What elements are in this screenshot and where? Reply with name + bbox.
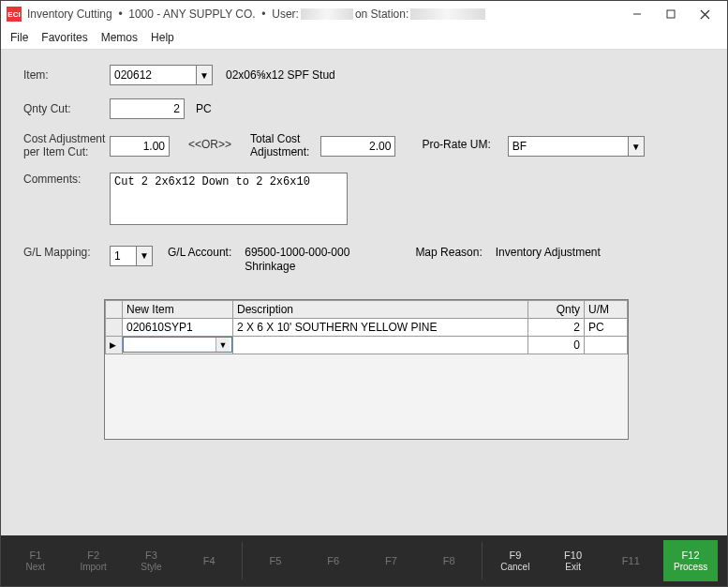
title-station-label: on Station: [355,8,409,21]
chevron-down-icon[interactable]: ▼ [196,65,213,85]
f6-button[interactable]: F6 [308,542,359,579]
label-qnty-cut: Qnty Cut: [23,102,110,115]
or-text: <<OR>> [188,138,231,151]
function-key-bar: F1Next F2Import F3Style F4 F5 F6 F7 F8 F… [1,535,727,586]
menu-favorites[interactable]: Favorites [41,31,87,44]
f3-style-button[interactable]: F3Style [126,542,176,579]
label-comments: Comments: [23,173,110,186]
item-description: 02x06⅝x12 SPF Stud [226,68,335,82]
f10-exit-button[interactable]: F10Exit [548,542,599,579]
chevron-down-icon[interactable]: ▼ [136,246,153,266]
title-account: 1000 - ANY SUPPLY CO. [128,8,255,21]
col-new-item[interactable]: New Item [123,300,233,318]
close-button[interactable] [688,1,721,27]
menu-file[interactable]: File [10,31,28,44]
cell-um[interactable] [585,336,628,354]
f5-button[interactable]: F5 [250,542,301,579]
col-description[interactable]: Description [233,300,528,318]
title-sep: • [256,8,273,21]
label-total-cost-2: Adjustment: [250,145,309,158]
f11-button[interactable]: F11 [605,542,656,579]
cell-qnty[interactable]: 0 [528,336,585,354]
cell-description[interactable] [233,336,528,354]
chevron-down-icon[interactable]: ▼ [215,338,230,352]
col-um[interactable]: U/M [585,300,628,318]
label-cost-adj-1: Cost Adjustment [23,132,110,145]
f7-button[interactable]: F7 [365,542,416,579]
total-cost-input[interactable] [320,136,395,157]
row-selector-active[interactable]: ▶ [106,336,123,354]
row-header-blank [106,300,123,318]
item-input[interactable] [110,65,196,85]
title-user-label: User: [272,8,299,21]
label-gl-account: G/L Account: [168,246,231,259]
label-map-reason: Map Reason: [415,246,482,259]
prorate-input[interactable] [508,136,628,157]
map-reason-value: Inventory Adjustment [496,246,601,259]
items-grid: New Item Description Qnty U/M 020610SYP1… [104,299,629,440]
qnty-cut-input[interactable] [110,98,185,119]
menu-memos[interactable]: Memos [101,31,138,44]
svg-rect-1 [667,10,675,18]
label-gl-mapping: G/L Mapping: [23,246,110,259]
cell-new-item[interactable]: 020610SYP1 [123,318,233,336]
f9-cancel-button[interactable]: F9Cancel [490,542,541,579]
gl-account-value: 69500-1000-000-000 [245,246,349,261]
gl-mapping-input[interactable] [110,246,136,266]
gl-account-desc: Shrinkage [245,260,349,275]
menu-help[interactable]: Help [151,31,174,44]
menu-bar: File Favorites Memos Help [1,27,727,50]
title-bar: ECI Inventory Cutting • 1000 - ANY SUPPL… [1,1,727,27]
label-prorate: Pro-Rate UM: [422,138,490,151]
item-combo[interactable]: ▼ [110,65,213,85]
row-selector[interactable] [106,318,123,336]
f4-button[interactable]: F4 [184,542,234,579]
label-cost-adj-2: per Item Cut: [23,145,110,158]
f12-process-button[interactable]: F12Process [663,540,718,581]
cell-qnty[interactable]: 2 [528,318,585,336]
redacted-station [410,8,485,20]
cell-new-item-editing[interactable]: ▼ [123,336,233,354]
table-row[interactable]: ▶ ▼ 0 [106,336,628,354]
label-item: Item: [23,68,110,82]
cell-description[interactable]: 2 X 6 X 10' SOUTHERN YELLOW PINE [233,318,528,336]
minimize-button[interactable] [620,1,654,27]
label-total-cost-1: Total Cost [250,132,309,145]
app-logo: ECI [7,7,22,22]
title-sep: • [112,8,129,21]
f2-import-button[interactable]: F2Import [68,542,119,579]
redacted-user [301,8,353,20]
col-qnty[interactable]: Qnty [528,300,585,318]
f1-next-button[interactable]: F1Next [10,542,61,579]
comments-input[interactable]: Cut 2 2x6x12 Down to 2 2x6x10 [110,173,348,225]
table-row[interactable]: 020610SYP1 2 X 6 X 10' SOUTHERN YELLOW P… [106,318,628,336]
cost-adj-input[interactable] [110,136,170,157]
prorate-combo[interactable]: ▼ [508,136,645,157]
table-header-row: New Item Description Qnty U/M [106,300,628,318]
qnty-unit: PC [196,102,212,115]
items-table: New Item Description Qnty U/M 020610SYP1… [105,300,628,354]
title-app: Inventory Cutting [27,8,112,21]
form-area: Item: ▼ 02x06⅝x12 SPF Stud Qnty Cut: PC … [1,50,727,535]
chevron-down-icon[interactable]: ▼ [628,136,645,157]
f8-button[interactable]: F8 [423,542,474,579]
gl-mapping-combo[interactable]: ▼ [110,246,153,266]
app-window: ECI Inventory Cutting • 1000 - ANY SUPPL… [0,0,728,587]
cell-um[interactable]: PC [585,318,628,336]
maximize-button[interactable] [654,1,688,27]
